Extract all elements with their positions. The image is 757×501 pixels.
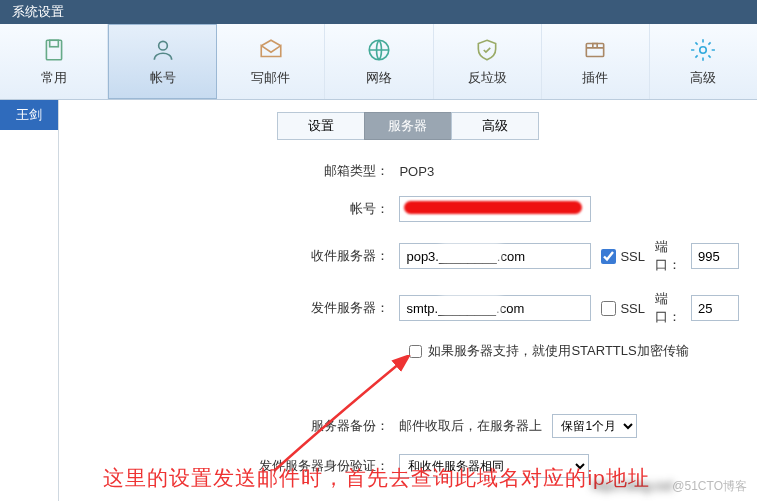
account-sidebar: 王剑: [0, 100, 59, 501]
toolbar-common[interactable]: 常用: [0, 24, 108, 99]
outgoing-label: 发件服务器：: [59, 299, 399, 317]
content-panel: 设置 服务器 高级 邮箱类型： POP3 帐号： 收件服务器： SS: [59, 100, 757, 501]
starttls-label: 如果服务器支持，就使用STARTTLS加密传输: [428, 342, 688, 360]
toolbar-compose[interactable]: 写邮件: [217, 24, 325, 99]
gear-icon: [690, 37, 716, 63]
backup-text: 邮件收取后，在服务器上: [399, 417, 542, 435]
backup-label: 服务器备份：: [59, 417, 399, 435]
user-icon: [150, 37, 176, 63]
starttls-checkbox[interactable]: [409, 345, 422, 358]
globe-icon: [366, 37, 392, 63]
server-form: 邮箱类型： POP3 帐号： 收件服务器： SSL 端口：: [59, 162, 757, 478]
svg-point-5: [700, 46, 707, 53]
svg-point-2: [158, 41, 167, 50]
watermark: https://blog.csd@51CTO博客: [592, 478, 747, 495]
toolbar-plugins-label: 插件: [582, 69, 608, 87]
window-title: 系统设置: [12, 4, 64, 19]
toolbar-antispam[interactable]: 反垃圾: [434, 24, 542, 99]
window-titlebar: 系统设置: [0, 0, 757, 24]
toolbar-common-label: 常用: [41, 69, 67, 87]
incoming-port-input[interactable]: [691, 243, 739, 269]
account-redacted: [399, 196, 591, 222]
shield-icon: [474, 37, 500, 63]
incoming-ssl-checkbox[interactable]: SSL: [601, 249, 645, 264]
drawer-icon: [582, 37, 608, 63]
outgoing-port-label: 端口：: [655, 290, 681, 326]
outgoing-port-input[interactable]: [691, 295, 739, 321]
toolbar-compose-label: 写邮件: [251, 69, 290, 87]
account-label: 帐号：: [59, 200, 399, 218]
toolbar-account[interactable]: 帐号: [108, 24, 217, 99]
mailbox-type-label: 邮箱类型：: [59, 162, 399, 180]
mailbox-type-value: POP3: [399, 164, 739, 179]
incoming-label: 收件服务器：: [59, 247, 399, 265]
tab-bar: 设置 服务器 高级: [59, 112, 757, 140]
toolbar-network-label: 网络: [366, 69, 392, 87]
tab-advanced[interactable]: 高级: [451, 112, 539, 140]
tab-server[interactable]: 服务器: [364, 112, 452, 140]
sidebar-account-item[interactable]: 王剑: [0, 100, 58, 130]
toolbar-advanced[interactable]: 高级: [650, 24, 757, 99]
backup-select[interactable]: 保留1个月: [552, 414, 637, 438]
outgoing-ssl-checkbox[interactable]: SSL: [601, 301, 645, 316]
compose-icon: [258, 37, 284, 63]
incoming-port-label: 端口：: [655, 238, 681, 274]
toolbar-account-label: 帐号: [150, 69, 176, 87]
toolbar-advanced-label: 高级: [690, 69, 716, 87]
svg-rect-0: [46, 40, 61, 60]
toolbar-antispam-label: 反垃圾: [468, 69, 507, 87]
toolbar-network[interactable]: 网络: [325, 24, 433, 99]
tab-settings[interactable]: 设置: [277, 112, 365, 140]
svg-rect-4: [587, 43, 604, 56]
save-icon: [41, 37, 67, 63]
main-toolbar: 常用 帐号 写邮件 网络 反垃圾 插件 高级: [0, 24, 757, 100]
toolbar-plugins[interactable]: 插件: [542, 24, 650, 99]
svg-rect-1: [49, 40, 58, 47]
